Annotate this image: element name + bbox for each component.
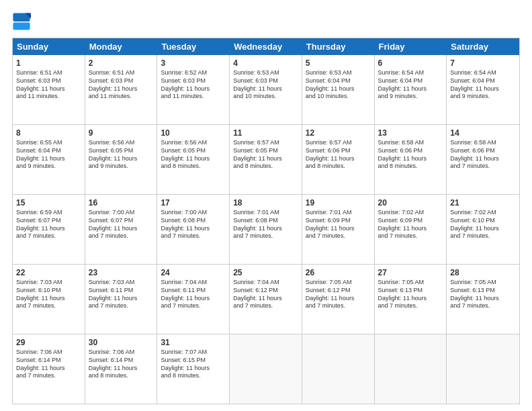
calendar-cell: 23Sunrise: 7:03 AM Sunset: 6:11 PM Dayli…	[85, 265, 158, 334]
day-info: Sunrise: 7:06 AM Sunset: 6:14 PM Dayligh…	[89, 349, 154, 380]
calendar-cell: 10Sunrise: 6:56 AM Sunset: 6:05 PM Dayli…	[157, 125, 230, 194]
calendar-cell: 16Sunrise: 7:00 AM Sunset: 6:07 PM Dayli…	[85, 195, 158, 264]
calendar-body: 1Sunrise: 6:51 AM Sunset: 6:03 PM Daylig…	[13, 55, 519, 404]
calendar-cell: 18Sunrise: 7:01 AM Sunset: 6:08 PM Dayli…	[230, 195, 302, 264]
header-day-friday: Friday	[375, 38, 447, 55]
logo-icon	[12, 12, 31, 31]
day-number: 5	[306, 58, 371, 68]
day-number: 21	[450, 197, 516, 208]
header-day-sunday: Sunday	[13, 38, 85, 55]
day-number: 28	[450, 267, 516, 278]
calendar-cell: 14Sunrise: 6:58 AM Sunset: 6:06 PM Dayli…	[447, 125, 519, 194]
calendar-cell: 28Sunrise: 7:05 AM Sunset: 6:13 PM Dayli…	[447, 265, 519, 334]
day-number: 9	[89, 128, 154, 138]
day-number: 3	[161, 58, 226, 68]
day-number: 2	[89, 58, 154, 68]
day-info: Sunrise: 7:06 AM Sunset: 6:14 PM Dayligh…	[16, 349, 81, 380]
day-number: 8	[16, 128, 81, 138]
calendar-cell: 25Sunrise: 7:04 AM Sunset: 6:12 PM Dayli…	[230, 265, 302, 334]
day-number: 31	[161, 337, 226, 348]
day-info: Sunrise: 7:05 AM Sunset: 6:12 PM Dayligh…	[306, 279, 371, 310]
calendar-row-3: 15Sunrise: 6:59 AM Sunset: 6:07 PM Dayli…	[13, 195, 519, 265]
calendar-cell: 1Sunrise: 6:51 AM Sunset: 6:03 PM Daylig…	[13, 55, 85, 124]
day-number: 1	[16, 58, 81, 68]
day-number: 6	[378, 58, 443, 68]
day-info: Sunrise: 6:55 AM Sunset: 6:04 PM Dayligh…	[16, 139, 81, 171]
day-info: Sunrise: 6:52 AM Sunset: 6:03 PM Dayligh…	[161, 69, 226, 101]
day-number: 7	[450, 58, 516, 68]
day-number: 12	[306, 128, 371, 138]
calendar-cell: 5Sunrise: 6:53 AM Sunset: 6:04 PM Daylig…	[302, 55, 375, 124]
day-info: Sunrise: 7:01 AM Sunset: 6:08 PM Dayligh…	[233, 209, 298, 240]
calendar-cell: 30Sunrise: 7:06 AM Sunset: 6:14 PM Dayli…	[85, 334, 158, 404]
calendar-cell: 24Sunrise: 7:04 AM Sunset: 6:11 PM Dayli…	[157, 265, 230, 334]
calendar-cell: 11Sunrise: 6:57 AM Sunset: 6:05 PM Dayli…	[230, 125, 302, 194]
day-info: Sunrise: 6:56 AM Sunset: 6:05 PM Dayligh…	[161, 139, 226, 171]
header	[12, 12, 520, 31]
day-info: Sunrise: 6:51 AM Sunset: 6:03 PM Dayligh…	[16, 69, 81, 101]
day-number: 20	[378, 197, 443, 208]
calendar-header: SundayMondayTuesdayWednesdayThursdayFrid…	[13, 38, 519, 55]
header-day-thursday: Thursday	[302, 38, 375, 55]
day-number: 26	[306, 267, 371, 278]
calendar-cell: 15Sunrise: 6:59 AM Sunset: 6:07 PM Dayli…	[13, 195, 85, 264]
day-info: Sunrise: 7:05 AM Sunset: 6:13 PM Dayligh…	[450, 279, 516, 310]
day-number: 18	[233, 197, 298, 208]
day-number: 17	[161, 197, 226, 208]
day-info: Sunrise: 7:05 AM Sunset: 6:13 PM Dayligh…	[378, 279, 443, 310]
calendar-cell: 27Sunrise: 7:05 AM Sunset: 6:13 PM Dayli…	[375, 265, 447, 334]
day-info: Sunrise: 6:53 AM Sunset: 6:03 PM Dayligh…	[233, 69, 298, 101]
calendar-cell	[230, 334, 302, 404]
day-number: 30	[89, 337, 154, 348]
day-info: Sunrise: 6:59 AM Sunset: 6:07 PM Dayligh…	[16, 209, 81, 240]
header-day-tuesday: Tuesday	[157, 38, 230, 55]
day-number: 15	[16, 197, 81, 208]
day-info: Sunrise: 7:03 AM Sunset: 6:10 PM Dayligh…	[16, 279, 81, 310]
header-day-monday: Monday	[85, 38, 158, 55]
calendar-cell: 2Sunrise: 6:51 AM Sunset: 6:03 PM Daylig…	[85, 55, 158, 124]
calendar-cell: 29Sunrise: 7:06 AM Sunset: 6:14 PM Dayli…	[13, 334, 85, 404]
calendar-row-5: 29Sunrise: 7:06 AM Sunset: 6:14 PM Dayli…	[13, 334, 519, 404]
calendar-row-2: 8Sunrise: 6:55 AM Sunset: 6:04 PM Daylig…	[13, 125, 519, 195]
logo	[12, 12, 34, 31]
day-info: Sunrise: 6:51 AM Sunset: 6:03 PM Dayligh…	[89, 69, 154, 101]
day-info: Sunrise: 7:02 AM Sunset: 6:10 PM Dayligh…	[450, 209, 516, 240]
day-info: Sunrise: 7:04 AM Sunset: 6:12 PM Dayligh…	[233, 279, 298, 310]
day-number: 11	[233, 128, 298, 138]
day-info: Sunrise: 6:54 AM Sunset: 6:04 PM Dayligh…	[450, 69, 516, 101]
day-number: 22	[16, 267, 81, 278]
calendar-cell: 21Sunrise: 7:02 AM Sunset: 6:10 PM Dayli…	[447, 195, 519, 264]
calendar-cell	[375, 334, 447, 404]
calendar-cell: 26Sunrise: 7:05 AM Sunset: 6:12 PM Dayli…	[302, 265, 375, 334]
day-info: Sunrise: 7:00 AM Sunset: 6:08 PM Dayligh…	[161, 209, 226, 240]
day-number: 4	[233, 58, 298, 68]
calendar-cell: 7Sunrise: 6:54 AM Sunset: 6:04 PM Daylig…	[447, 55, 519, 124]
day-number: 27	[378, 267, 443, 278]
day-info: Sunrise: 6:53 AM Sunset: 6:04 PM Dayligh…	[306, 69, 371, 101]
header-day-wednesday: Wednesday	[230, 38, 302, 55]
calendar-cell	[302, 334, 375, 404]
day-number: 23	[89, 267, 154, 278]
day-info: Sunrise: 7:04 AM Sunset: 6:11 PM Dayligh…	[161, 279, 226, 310]
day-info: Sunrise: 7:01 AM Sunset: 6:09 PM Dayligh…	[306, 209, 371, 240]
day-info: Sunrise: 6:56 AM Sunset: 6:05 PM Dayligh…	[89, 139, 154, 171]
calendar-cell: 13Sunrise: 6:58 AM Sunset: 6:06 PM Dayli…	[375, 125, 447, 194]
calendar-cell: 6Sunrise: 6:54 AM Sunset: 6:04 PM Daylig…	[375, 55, 447, 124]
calendar-cell: 19Sunrise: 7:01 AM Sunset: 6:09 PM Dayli…	[302, 195, 375, 264]
day-info: Sunrise: 6:57 AM Sunset: 6:06 PM Dayligh…	[306, 139, 371, 171]
day-info: Sunrise: 7:02 AM Sunset: 6:09 PM Dayligh…	[378, 209, 443, 240]
page: SundayMondayTuesdayWednesdayThursdayFrid…	[0, 0, 532, 411]
day-info: Sunrise: 7:07 AM Sunset: 6:15 PM Dayligh…	[161, 349, 226, 380]
calendar-cell: 9Sunrise: 6:56 AM Sunset: 6:05 PM Daylig…	[85, 125, 158, 194]
calendar-cell: 8Sunrise: 6:55 AM Sunset: 6:04 PM Daylig…	[13, 125, 85, 194]
calendar-row-4: 22Sunrise: 7:03 AM Sunset: 6:10 PM Dayli…	[13, 265, 519, 334]
day-number: 19	[306, 197, 371, 208]
day-info: Sunrise: 7:03 AM Sunset: 6:11 PM Dayligh…	[89, 279, 154, 310]
calendar-cell: 12Sunrise: 6:57 AM Sunset: 6:06 PM Dayli…	[302, 125, 375, 194]
day-number: 14	[450, 128, 516, 138]
day-number: 16	[89, 197, 154, 208]
day-number: 25	[233, 267, 298, 278]
svg-rect-1	[13, 22, 30, 30]
day-info: Sunrise: 6:54 AM Sunset: 6:04 PM Dayligh…	[378, 69, 443, 101]
day-number: 29	[16, 337, 81, 348]
